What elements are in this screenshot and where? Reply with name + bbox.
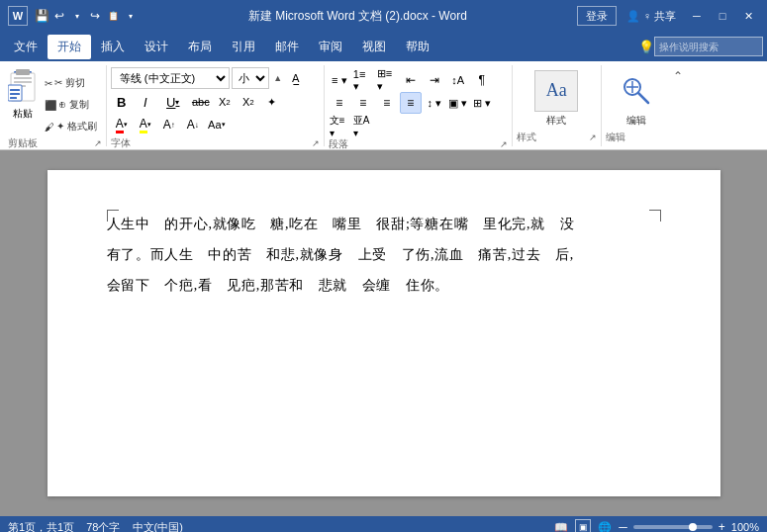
styles-button[interactable]: Aa 样式: [531, 69, 581, 129]
paste-label: 粘贴: [13, 107, 33, 121]
document-page[interactable]: 人生中 的开心,就像吃 糖,吃在 嘴里 很甜;等糖在嘴 里化完,就 没 有了。而…: [48, 170, 720, 496]
menu-file[interactable]: 文件: [4, 35, 48, 59]
styles-preview-icon: Aa: [534, 70, 578, 112]
language-status: 中文(中国): [133, 520, 183, 533]
title-bar-right: 登录 👤 ♀ 共享 ─ □ ✕: [577, 5, 759, 27]
font-size-select[interactable]: 小四 初号 小初 一号: [232, 67, 269, 89]
show-paragraph-button[interactable]: ¶: [471, 69, 493, 91]
sort-button[interactable]: ↕A: [447, 69, 469, 91]
menu-home[interactable]: 开始: [48, 35, 91, 59]
para-label: 段落: [329, 137, 348, 151]
font-size-decrease-button[interactable]: A↓: [182, 114, 204, 135]
minimize-button[interactable]: ─: [686, 5, 708, 27]
multilevel-list-button[interactable]: ⊞≡ ▾: [376, 69, 398, 91]
editing-group: 编辑 编辑: [602, 65, 671, 146]
font-size-up-button[interactable]: ▲: [271, 67, 285, 89]
cut-button[interactable]: ✂ ✂ 剪切: [40, 73, 102, 93]
menu-review[interactable]: 审阅: [309, 35, 352, 59]
clipboard-expand-icon[interactable]: ↗: [94, 138, 102, 148]
ribbon-groups: 粘贴 ✂ ✂ 剪切 ⬛ ⊕ 复制 🖌 ✦ 格式刷: [4, 65, 763, 146]
clipboard-label: 剪贴板: [8, 136, 38, 150]
highlight-color-button[interactable]: ✦: [261, 91, 283, 113]
font-color-A-icon: A: [116, 117, 124, 133]
zoom-out-button[interactable]: ─: [619, 520, 627, 532]
undo-qat-button[interactable]: ↩: [51, 8, 67, 24]
styles-label: 样式: [546, 114, 566, 128]
share-button[interactable]: 👤 ♀ 共享: [621, 7, 682, 26]
strikethrough-button[interactable]: abc: [190, 91, 212, 113]
svg-rect-3: [14, 77, 32, 79]
page-corner-tr: [649, 210, 661, 222]
svg-rect-4: [14, 81, 32, 83]
cut-icon: ✂: [45, 78, 52, 89]
format-painter-button[interactable]: 🖌 ✦ 格式刷: [40, 117, 102, 136]
menu-mailings[interactable]: 邮件: [265, 35, 309, 59]
qat-customize-dropdown[interactable]: ▾: [123, 8, 139, 24]
chinese-layout-button[interactable]: 文≡ ▾: [329, 115, 350, 136]
bold-button[interactable]: B: [111, 91, 133, 113]
font-name-select[interactable]: 等线 (中文正文): [111, 67, 230, 89]
paragraph-3: 会留下 个疤,看 见疤,那苦和 悲就 会缠 住你。: [107, 271, 661, 302]
styles-group-label: 样式: [517, 131, 536, 144]
custom-qat-button[interactable]: 📋: [105, 8, 121, 24]
svg-rect-2: [16, 69, 30, 75]
para-expand-icon[interactable]: ↗: [500, 139, 508, 149]
bullet-list-button[interactable]: ≡ ▾: [329, 69, 350, 91]
close-button[interactable]: ✕: [737, 5, 759, 27]
editing-label: 编辑: [626, 114, 646, 128]
borders-button[interactable]: ⊞ ▾: [471, 92, 493, 114]
line-spacing-button[interactable]: ↕ ▾: [424, 92, 445, 114]
zoom-slider[interactable]: [633, 525, 713, 529]
increase-indent-button[interactable]: ⇥: [424, 69, 445, 91]
asian-text-button[interactable]: 亚A ▾: [352, 115, 374, 136]
save-qat-button[interactable]: 💾: [34, 8, 49, 24]
copy-button[interactable]: ⬛ ⊕ 复制: [40, 95, 102, 115]
copy-icon: ⬛: [45, 100, 56, 111]
change-case-button[interactable]: Aa▾: [206, 114, 228, 135]
zoom-in-button[interactable]: +: [719, 520, 725, 532]
web-layout-button[interactable]: 🌐: [597, 519, 613, 532]
superscript-button[interactable]: X2: [238, 91, 259, 113]
svg-rect-8: [10, 93, 20, 95]
menu-bar: 文件 开始 插入 设计 布局 引用 邮件 审阅 视图 帮助 💡: [0, 32, 767, 61]
redo-qat-button[interactable]: ↪: [87, 8, 103, 24]
shading-button[interactable]: ▣ ▾: [447, 92, 469, 114]
clear-all-formatting-button[interactable]: A̲: [287, 67, 305, 89]
underline-button[interactable]: U ▾: [158, 91, 188, 113]
read-mode-button[interactable]: 📖: [553, 519, 569, 532]
lightbulb-icon: 💡: [638, 40, 654, 54]
menu-design[interactable]: 设计: [135, 35, 178, 59]
menu-insert[interactable]: 插入: [91, 35, 135, 59]
font-color-button[interactable]: A ▾: [111, 114, 133, 135]
menu-help[interactable]: 帮助: [396, 35, 439, 59]
menu-layout[interactable]: 布局: [178, 35, 222, 59]
align-left-button[interactable]: ≡: [329, 92, 350, 114]
login-button[interactable]: 登录: [577, 6, 617, 26]
title-bar: W 💾 ↩ ▾ ↪ 📋 ▾ 新建 Microsoft Word 文档 (2).d…: [0, 0, 767, 32]
paste-button[interactable]: 粘贴: [8, 69, 38, 129]
font-expand-icon[interactable]: ↗: [312, 138, 320, 148]
align-right-button[interactable]: ≡: [376, 92, 398, 114]
window-title: 新建 Microsoft Word 文档 (2).docx - Word: [139, 8, 577, 25]
title-bar-left: W 💾 ↩ ▾ ↪ 📋 ▾: [8, 6, 139, 26]
tell-me-search[interactable]: [654, 37, 763, 56]
decrease-indent-button[interactable]: ⇤: [400, 69, 422, 91]
text-highlight-button[interactable]: A ▾: [135, 114, 156, 135]
font-size-increase-button[interactable]: A↑: [158, 114, 180, 135]
menu-references[interactable]: 引用: [222, 35, 265, 59]
paragraph-1: 人生中 的开心,就像吃 糖,吃在 嘴里 很甜;等糖在嘴 里化完,就 没: [107, 210, 661, 240]
page-info: 第1页，共1页: [8, 520, 74, 533]
align-center-button[interactable]: ≡: [352, 92, 374, 114]
menu-view[interactable]: 视图: [352, 35, 396, 59]
numbered-list-button[interactable]: 1≡ ▾: [352, 69, 374, 91]
undo-dropdown-button[interactable]: ▾: [69, 8, 85, 24]
styles-expand-icon[interactable]: ↗: [589, 133, 597, 142]
subscript-button[interactable]: X2: [214, 91, 236, 113]
restore-button[interactable]: □: [712, 5, 733, 27]
editing-button[interactable]: 编辑: [612, 69, 661, 129]
print-layout-button[interactable]: ▣: [575, 519, 591, 532]
document-text[interactable]: 人生中 的开心,就像吃 糖,吃在 嘴里 很甜;等糖在嘴 里化完,就 没 有了。而…: [107, 210, 661, 301]
collapse-ribbon-button[interactable]: ⌃: [671, 65, 687, 146]
justify-button[interactable]: ≡: [400, 92, 422, 114]
italic-button[interactable]: I: [135, 91, 156, 113]
